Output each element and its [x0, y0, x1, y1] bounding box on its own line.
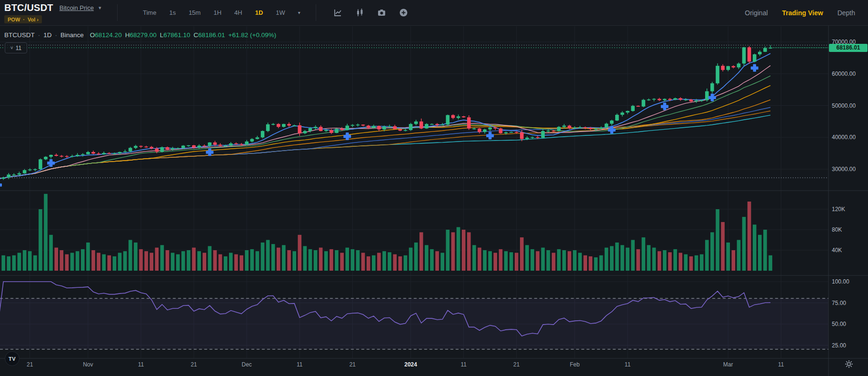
bitcoin-price-link[interactable]: Bitcoin Price: [60, 4, 94, 11]
chart-canvas[interactable]: [0, 0, 868, 376]
rsi-axis-label[interactable]: 50.00: [832, 321, 846, 327]
tag-pow[interactable]: POW: [8, 17, 20, 22]
volume-axis-label[interactable]: 80K: [832, 226, 842, 233]
price-axis-label[interactable]: 40000.00: [832, 134, 856, 141]
time-axis-label[interactable]: 11: [625, 361, 630, 368]
candlestick-icon[interactable]: [355, 8, 364, 17]
legend-sep: ·: [38, 31, 40, 39]
view-tab-bar: OriginalTrading ViewDepth: [745, 0, 868, 25]
tag-vol[interactable]: Vol ›: [28, 17, 39, 22]
interval-selector: Time1s15m1H4H1D1W▾: [118, 0, 300, 25]
time-axis-label[interactable]: 11: [138, 361, 144, 368]
interval-button-1w[interactable]: 1W: [276, 9, 285, 16]
time-axis-label[interactable]: 21: [349, 361, 356, 368]
legend-close: C68186.01: [194, 31, 225, 39]
legend-change: +61.82 (+0.09%): [229, 31, 277, 39]
legend-low: L67861.10: [160, 31, 190, 39]
last-price-badge: 68186.01: [829, 44, 868, 52]
symbol-tags[interactable]: POW · Vol ›: [4, 15, 42, 23]
indicator-collapse-button[interactable]: ˅ 11: [5, 42, 27, 53]
legend-sep: ·: [55, 31, 58, 39]
time-axis-label[interactable]: 21: [27, 361, 33, 368]
interval-button-1d[interactable]: 1D: [255, 9, 263, 16]
view-tab-depth[interactable]: Depth: [838, 9, 855, 17]
time-axis-label[interactable]: 11: [297, 361, 302, 368]
chevron-down-icon[interactable]: ▾: [99, 5, 101, 11]
top-toolbar: BTC/USDT Bitcoin Price ▾ POW · Vol › Tim…: [0, 0, 868, 26]
plus-circle-icon[interactable]: [399, 8, 408, 17]
interval-button-15m[interactable]: 15m: [189, 9, 200, 16]
trading-page: { "topbar": { "symbol": "BTC/USDT", "sym…: [0, 0, 868, 376]
interval-button-time[interactable]: Time: [143, 9, 156, 16]
symbol-title: BTC/USDT: [4, 2, 53, 13]
indicator-count: 11: [16, 45, 21, 51]
price-axis-label[interactable]: 50000.00: [832, 102, 856, 109]
interval-button-1h[interactable]: 1H: [213, 9, 221, 16]
line-chart-icon[interactable]: [333, 8, 342, 17]
time-axis-label[interactable]: Mar: [723, 361, 733, 368]
time-axis-label[interactable]: 21: [190, 361, 197, 368]
chart-tools: [316, 0, 408, 25]
legend-symbol: BTCUSDT: [4, 31, 35, 39]
price-axis-label[interactable]: 60000.00: [832, 71, 856, 77]
time-axis-label[interactable]: 11: [460, 361, 466, 368]
tradingview-logo[interactable]: TV: [5, 351, 20, 366]
chevron-down-icon: ˅: [10, 45, 13, 51]
time-axis-label[interactable]: 11: [778, 361, 784, 368]
interval-button-4h[interactable]: 4H: [234, 9, 242, 16]
view-tab-original[interactable]: Original: [745, 9, 768, 17]
price-axis-label[interactable]: 30000.00: [832, 166, 856, 173]
legend-high: H68279.00: [125, 31, 157, 39]
volume-axis-label[interactable]: 40K: [832, 247, 842, 254]
interval-more-chevron-icon[interactable]: ▾: [298, 10, 300, 15]
tag-separator: ·: [23, 17, 25, 22]
legend-exchange: Binance: [60, 31, 84, 39]
camera-icon[interactable]: [377, 8, 386, 17]
time-axis-label[interactable]: 21: [513, 361, 519, 368]
symbol-block: BTC/USDT Bitcoin Price ▾ POW · Vol ›: [0, 0, 117, 25]
volume-axis-label[interactable]: 120K: [832, 206, 845, 213]
rsi-axis-label[interactable]: 75.00: [832, 300, 846, 306]
rsi-axis-label[interactable]: 25.00: [832, 342, 846, 349]
legend-open: O68124.20: [90, 31, 122, 39]
rsi-axis-label[interactable]: 100.00: [832, 278, 849, 285]
time-axis-label[interactable]: Feb: [570, 361, 580, 368]
time-axis-label[interactable]: 2024: [404, 361, 417, 368]
time-axis-label[interactable]: Nov: [83, 361, 93, 368]
interval-button-1s[interactable]: 1s: [169, 9, 176, 16]
view-tab-trading-view[interactable]: Trading View: [782, 9, 823, 17]
time-axis-label[interactable]: Dec: [241, 361, 251, 368]
legend-interval: 1D: [43, 31, 51, 39]
gear-icon[interactable]: [844, 359, 854, 369]
ohlc-legend: BTCUSDT · 1D · Binance O68124.20 H68279.…: [4, 31, 276, 39]
